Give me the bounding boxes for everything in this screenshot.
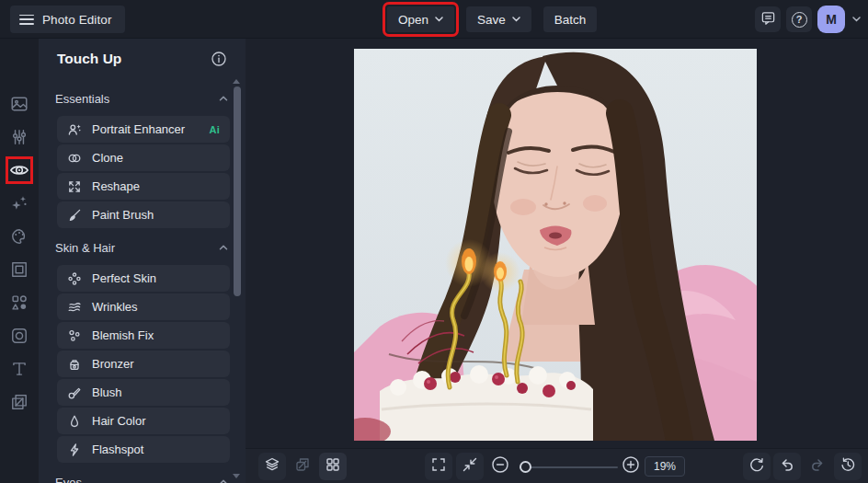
main-menu-button[interactable]: Photo Editor bbox=[10, 6, 125, 33]
editor-canvas[interactable] bbox=[246, 39, 868, 448]
portrait-icon bbox=[67, 122, 82, 137]
top-bar: Photo Editor Open Save Batch bbox=[0, 0, 868, 39]
zoom-out-button[interactable] bbox=[486, 453, 514, 480]
save-label: Save bbox=[477, 13, 506, 27]
tool-label: Hair Color bbox=[92, 414, 220, 428]
fullscreen-icon bbox=[430, 456, 447, 477]
tool-label: Perfect Skin bbox=[92, 271, 220, 285]
tool-label: Paint Brush bbox=[92, 208, 220, 222]
section-label: Skin & Hair bbox=[55, 241, 115, 255]
fullscreen-button[interactable] bbox=[425, 453, 452, 480]
touchup-panel: Touch Up EssentialsPortrait EnhancerAiCl… bbox=[39, 39, 246, 483]
edit-image-button[interactable] bbox=[289, 453, 316, 480]
batch-button[interactable]: Batch bbox=[543, 6, 598, 32]
ai-badge: Ai bbox=[209, 124, 220, 135]
tool-label: Clone bbox=[92, 151, 220, 165]
tool-item-hair-color[interactable]: Hair Color bbox=[57, 408, 230, 434]
chevron-up-icon bbox=[218, 244, 229, 251]
overlay-icon bbox=[10, 327, 29, 345]
tool-item-flashspot[interactable]: Flashspot bbox=[57, 436, 230, 463]
grid-icon bbox=[325, 456, 341, 477]
save-button[interactable]: Save bbox=[466, 6, 531, 32]
feedback-button[interactable] bbox=[755, 6, 781, 32]
history-button[interactable] bbox=[834, 453, 862, 480]
account-menu-chevron[interactable] bbox=[851, 15, 862, 24]
app-title: Photo Editor bbox=[42, 13, 112, 27]
rail-item-edit-adjust[interactable] bbox=[8, 126, 30, 148]
layers-icon bbox=[10, 393, 29, 411]
tool-item-clone[interactable]: Clone bbox=[57, 144, 230, 171]
undo-button[interactable] bbox=[773, 453, 801, 480]
chevron-up-icon bbox=[218, 95, 229, 102]
tool-label: Portrait Enhancer bbox=[92, 122, 199, 136]
history-icon bbox=[839, 456, 856, 477]
tool-item-blemish-fix[interactable]: Blemish Fix bbox=[57, 322, 230, 349]
rail-item-artsy[interactable] bbox=[8, 225, 30, 247]
comment-icon bbox=[760, 10, 776, 29]
info-icon[interactable] bbox=[211, 51, 227, 71]
bottom-bar: 19% bbox=[246, 448, 868, 483]
photo-birthday-portrait bbox=[354, 49, 757, 441]
rail-item-graphics[interactable] bbox=[8, 292, 30, 314]
reset-icon bbox=[748, 456, 765, 477]
tool-item-portrait-enhancer[interactable]: Portrait EnhancerAi bbox=[57, 116, 230, 143]
haircolor-icon bbox=[67, 414, 82, 429]
panel-header: Touch Up bbox=[39, 39, 246, 79]
tool-label: Wrinkles bbox=[92, 300, 220, 314]
rail-item-effects[interactable] bbox=[8, 192, 30, 214]
zoom-out-icon bbox=[491, 455, 509, 477]
scrollbar-down-arrow[interactable] bbox=[233, 474, 240, 478]
layers-icon bbox=[264, 456, 280, 477]
section-label: Essentials bbox=[55, 92, 109, 106]
tool-item-reshape[interactable]: Reshape bbox=[57, 173, 230, 200]
image-icon bbox=[10, 95, 29, 113]
avatar[interactable]: M bbox=[817, 6, 845, 33]
rail-item-overlays[interactable] bbox=[8, 325, 30, 347]
rail-item-text[interactable] bbox=[8, 358, 30, 380]
section-header-eyes[interactable]: Eyes bbox=[55, 468, 229, 483]
file-actions: Open Save Batch bbox=[387, 6, 597, 32]
photo-image[interactable] bbox=[354, 49, 757, 441]
grid-view-button[interactable] bbox=[319, 453, 347, 480]
tool-item-blush[interactable]: Blush bbox=[57, 379, 230, 406]
redo-icon bbox=[809, 456, 826, 477]
bronzer-icon bbox=[67, 357, 82, 372]
rail-item-photo-manager[interactable] bbox=[8, 93, 30, 115]
tool-item-wrinkles[interactable]: Wrinkles bbox=[57, 293, 230, 320]
rail-item-textures[interactable] bbox=[8, 391, 30, 413]
rail-item-touch-up[interactable] bbox=[8, 159, 30, 181]
zoom-level-value[interactable]: 19% bbox=[645, 456, 685, 477]
tool-item-bronzer[interactable]: Bronzer bbox=[57, 351, 230, 377]
tool-label: Blemish Fix bbox=[92, 328, 220, 342]
tool-item-paint-brush[interactable]: Paint Brush bbox=[57, 201, 230, 228]
rail-item-frames[interactable] bbox=[8, 259, 30, 281]
tool-item-perfect-skin[interactable]: Perfect Skin bbox=[57, 265, 230, 292]
frame-icon bbox=[10, 260, 29, 279]
zoom-in-button[interactable] bbox=[617, 453, 645, 480]
section-header-essentials[interactable]: Essentials bbox=[55, 85, 229, 112]
redo-button[interactable] bbox=[804, 453, 831, 480]
shapes-icon bbox=[10, 293, 29, 312]
perfectskin-icon bbox=[67, 271, 82, 286]
fit-screen-icon bbox=[462, 456, 478, 477]
zoom-slider-knob[interactable] bbox=[520, 461, 531, 473]
undo-icon bbox=[779, 456, 795, 477]
chevron-up-icon bbox=[218, 478, 229, 483]
clone-icon bbox=[67, 151, 82, 166]
section-header-skin-hair[interactable]: Skin & Hair bbox=[55, 234, 229, 261]
text-icon bbox=[10, 360, 29, 378]
help-icon: ? bbox=[792, 12, 807, 28]
scrollbar-thumb[interactable] bbox=[234, 86, 241, 296]
layers-button[interactable] bbox=[258, 453, 286, 480]
palette-icon bbox=[10, 227, 29, 246]
topbar-right: ? M bbox=[755, 6, 862, 33]
scrollbar-up-arrow[interactable] bbox=[233, 79, 240, 84]
fit-screen-button[interactable] bbox=[456, 453, 484, 480]
reset-button[interactable] bbox=[743, 453, 771, 480]
wrinkles-icon bbox=[67, 300, 82, 315]
sparkles-icon bbox=[10, 194, 29, 213]
help-button[interactable]: ? bbox=[786, 6, 812, 32]
open-button[interactable]: Open bbox=[387, 6, 454, 32]
zoom-slider[interactable] bbox=[520, 466, 618, 468]
tool-label: Reshape bbox=[92, 179, 220, 193]
